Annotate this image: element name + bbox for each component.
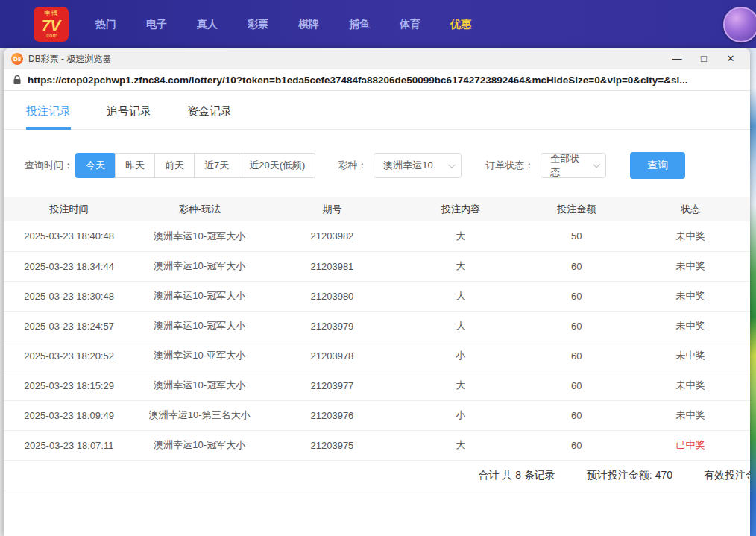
summary-valid-amount: 有效投注金额 [704, 469, 750, 482]
cell-content: 小 [400, 341, 523, 371]
status-badge: 未中奖 [631, 341, 750, 371]
site-nav: 热门 电子 真人 彩票 棋牌 捕鱼 体育 优惠 [95, 18, 471, 31]
cell-issue: 21203977 [265, 371, 399, 400]
status-badge: 未中奖 [631, 311, 750, 341]
cell-amount: 60 [523, 430, 631, 460]
time-option-day-before[interactable]: 前天 [154, 153, 195, 178]
cell-time: 2025-03-23 18:20:52 [4, 341, 134, 371]
order-status-value: 全部状态 [550, 152, 586, 179]
cell-amount: 60 [523, 341, 631, 371]
table-row: 2025-03-23 18:40:48 澳洲幸运10-冠军大小 21203982… [4, 221, 750, 251]
cell-issue: 21203979 [265, 311, 399, 341]
header-lottery-play: 彩种-玩法 [134, 197, 265, 221]
lock-icon [13, 75, 22, 85]
browser-address-bar[interactable]: https://ctop02pchwp1.zfnc84.com/lottery/… [4, 69, 750, 91]
logo-bottom-text: .com [45, 33, 57, 39]
browser-window: D8 DB彩票 - 极速浏览器 — □ ✕ https://ctop02pchw… [4, 48, 750, 536]
window-controls: — □ ✕ [664, 50, 744, 68]
chevron-down-icon [593, 161, 601, 168]
table-row: 2025-03-23 18:15:29 澳洲幸运10-冠军大小 21203977… [4, 371, 750, 400]
header-issue: 期号 [265, 197, 399, 221]
nav-item-slots[interactable]: 电子 [146, 18, 167, 31]
status-badge: 已中奖 [631, 430, 750, 460]
tab-bet-records[interactable]: 投注记录 [26, 94, 71, 129]
nav-item-cards[interactable]: 棋牌 [298, 18, 319, 31]
lottery-select-value: 澳洲幸运10 [383, 159, 432, 172]
header-bet-amount: 投注金额 [523, 197, 631, 221]
cell-play: 澳洲幸运10-冠军大小 [134, 221, 265, 251]
time-option-today[interactable]: 今天 [75, 153, 116, 178]
cell-time: 2025-03-23 18:09:49 [4, 400, 134, 430]
minimize-button[interactable]: — [664, 50, 690, 68]
summary-bar: 合计 共 8 条记录 预计投注金额: 470 有效投注金额 [4, 461, 750, 491]
nav-item-sports[interactable]: 体育 [400, 18, 420, 31]
cell-time: 2025-03-23 18:15:29 [4, 371, 134, 400]
table-header-row: 投注时间 彩种-玩法 期号 投注内容 投注金额 状态 [4, 197, 750, 221]
status-badge: 未中奖 [631, 281, 750, 311]
cell-time: 2025-03-23 18:34:44 [4, 251, 134, 281]
site-logo[interactable]: 申博 7V .com [34, 7, 69, 42]
nav-item-lottery[interactable]: 彩票 [248, 18, 268, 31]
background-page-strip [749, 48, 756, 536]
nav-item-hot[interactable]: 热门 [95, 18, 116, 31]
cell-content: 小 [400, 400, 523, 430]
cell-amount: 60 [523, 251, 631, 281]
cell-play: 澳洲幸运10-冠军大小 [134, 281, 265, 311]
cell-amount: 50 [523, 221, 631, 251]
summary-total-count: 合计 共 8 条记录 [478, 469, 555, 482]
table-row: 2025-03-23 18:07:11 澳洲幸运10-冠军大小 21203975… [4, 430, 750, 460]
status-badge: 未中奖 [631, 371, 750, 400]
cell-issue: 21203982 [265, 221, 399, 251]
cell-play: 澳洲幸运10-冠军大小 [134, 251, 265, 281]
browser-title-bar: D8 DB彩票 - 极速浏览器 — □ ✕ [4, 48, 750, 69]
cell-issue: 21203981 [265, 251, 399, 281]
time-filter-group: 今天 昨天 前天 近7天 近20天(低频) [75, 153, 315, 178]
cell-play: 澳洲幸运10-冠军大小 [134, 311, 265, 341]
tab-chase-records[interactable]: 追号记录 [107, 94, 151, 129]
cell-play: 澳洲幸运10-亚军大小 [134, 341, 265, 371]
cell-content: 大 [400, 430, 523, 460]
cell-content: 大 [400, 281, 523, 311]
time-option-7days[interactable]: 近7天 [194, 153, 239, 178]
cell-content: 大 [400, 251, 523, 281]
cell-play: 澳洲幸运10-第三名大小 [134, 400, 265, 430]
query-button[interactable]: 查询 [630, 152, 685, 179]
header-status: 状态 [631, 197, 750, 221]
cell-issue: 21203976 [265, 400, 399, 430]
maximize-button[interactable]: □ [690, 50, 717, 68]
tab-fund-records[interactable]: 资金记录 [187, 94, 232, 129]
header-bet-content: 投注内容 [400, 197, 523, 221]
table-row: 2025-03-23 18:30:48 澳洲幸运10-冠军大小 21203980… [4, 281, 750, 311]
screen: 申博 7V .com 热门 电子 真人 彩票 棋牌 捕鱼 体育 优惠 D8 DB… [0, 0, 756, 536]
time-option-20days[interactable]: 近20天(低频) [239, 153, 315, 178]
close-button[interactable]: ✕ [717, 50, 744, 68]
status-badge: 未中奖 [631, 400, 750, 430]
nav-item-live[interactable]: 真人 [197, 18, 218, 31]
cell-amount: 60 [523, 281, 631, 311]
lottery-select[interactable]: 澳洲幸运10 [374, 153, 462, 178]
cell-issue: 21203980 [265, 281, 399, 311]
table-row: 2025-03-23 18:34:44 澳洲幸运10-冠军大小 21203981… [4, 251, 750, 281]
cell-issue: 21203975 [265, 430, 399, 460]
header-bet-time: 投注时间 [4, 197, 134, 221]
status-filter-label: 订单状态： [485, 159, 534, 172]
nav-item-promo[interactable]: 优惠 [450, 18, 471, 31]
chevron-down-icon [448, 161, 456, 168]
table-row: 2025-03-23 18:09:49 澳洲幸运10-第三名大小 2120397… [4, 400, 750, 430]
cell-time: 2025-03-23 18:24:57 [4, 311, 134, 341]
order-status-select[interactable]: 全部状态 [541, 153, 606, 178]
user-avatar[interactable] [723, 7, 756, 42]
tab-bar: 投注记录 追号记录 资金记录 [4, 94, 750, 130]
status-badge: 未中奖 [631, 221, 750, 251]
cell-amount: 60 [523, 400, 631, 430]
cell-content: 大 [400, 371, 523, 400]
cell-play: 澳洲幸运10-冠军大小 [134, 430, 265, 460]
lottery-filter-label: 彩种： [338, 159, 367, 172]
page-content: 投注记录 追号记录 资金记录 查询时间： 今天 昨天 前天 近7天 近20天(低… [4, 91, 750, 535]
summary-expected-amount: 预计投注金额: 470 [587, 469, 672, 482]
table-row: 2025-03-23 18:20:52 澳洲幸运10-亚军大小 21203978… [4, 341, 750, 371]
nav-item-fishing[interactable]: 捕鱼 [349, 18, 370, 31]
time-option-yesterday[interactable]: 昨天 [115, 153, 155, 178]
cell-issue: 21203978 [265, 341, 399, 371]
cell-content: 大 [400, 311, 523, 341]
